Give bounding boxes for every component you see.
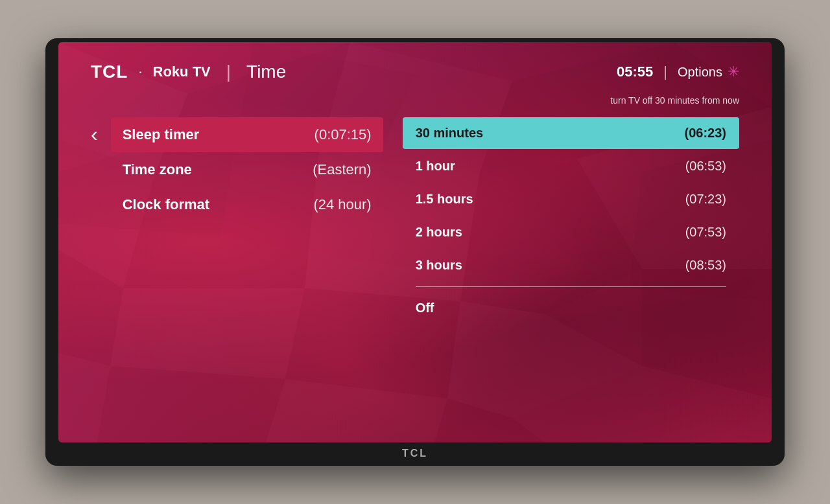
option-off[interactable]: Off bbox=[403, 292, 739, 324]
option-1h5-time: (07:23) bbox=[685, 192, 726, 207]
clock-format-value: (24 hour) bbox=[313, 196, 371, 213]
options-star-icon: ✳ bbox=[728, 63, 739, 80]
hint-text: turn TV off 30 minutes from now bbox=[91, 95, 739, 106]
option-1-hour[interactable]: 1 hour (06:53) bbox=[403, 150, 739, 182]
page-title: Time bbox=[246, 62, 286, 82]
header-right: 05:55 | Options ✳ bbox=[617, 63, 739, 80]
option-30-minutes[interactable]: 30 minutes (06:23) bbox=[403, 117, 739, 149]
main-layout: ‹ Sleep timer (0:07:15) Time zone (Easte… bbox=[91, 117, 739, 325]
sleep-timer-label: Sleep timer bbox=[123, 126, 200, 143]
tv-frame: TCL · Roku TV | Time 05:55 | Options ✳ bbox=[45, 38, 785, 466]
tv-bottom-bar: TCL bbox=[402, 442, 428, 462]
wall: TCL · Roku TV | Time 05:55 | Options ✳ bbox=[0, 0, 830, 504]
option-3h-label: 3 hours bbox=[416, 258, 462, 273]
options-label: Options bbox=[678, 65, 722, 80]
tv-brand-bottom-label: TCL bbox=[402, 448, 428, 459]
header: TCL · Roku TV | Time 05:55 | Options ✳ bbox=[91, 62, 739, 82]
tv-content: TCL · Roku TV | Time 05:55 | Options ✳ bbox=[58, 42, 772, 442]
clock-format-label: Clock format bbox=[123, 196, 209, 213]
options-button[interactable]: Options ✳ bbox=[678, 63, 739, 80]
option-30-min-label: 30 minutes bbox=[416, 126, 483, 141]
header-pipe: | bbox=[226, 62, 231, 82]
brand-roku: Roku TV bbox=[153, 63, 211, 80]
option-off-label: Off bbox=[416, 301, 434, 315]
right-panel: 30 minutes (06:23) 1 hour (06:53) 1.5 ho… bbox=[403, 117, 739, 325]
option-3h-time: (08:53) bbox=[685, 258, 726, 273]
option-1h-label: 1 hour bbox=[416, 159, 455, 174]
header-left: TCL · Roku TV | Time bbox=[91, 62, 286, 82]
current-time: 05:55 bbox=[617, 63, 653, 80]
sleep-timer-value: (0:07:15) bbox=[314, 126, 372, 143]
time-zone-label: Time zone bbox=[123, 161, 192, 178]
menu-item-clock-format[interactable]: Clock format (24 hour) bbox=[111, 187, 383, 222]
option-2-hours[interactable]: 2 hours (07:53) bbox=[403, 216, 739, 248]
option-30-min-time: (06:23) bbox=[685, 126, 726, 141]
option-1-5-hours[interactable]: 1.5 hours (07:23) bbox=[403, 183, 739, 215]
time-zone-value: (Eastern) bbox=[313, 161, 371, 178]
menu-item-time-zone[interactable]: Time zone (Eastern) bbox=[111, 152, 383, 187]
option-3-hours[interactable]: 3 hours (08:53) bbox=[403, 249, 739, 281]
option-divider bbox=[416, 286, 726, 287]
brand-dot: · bbox=[138, 63, 142, 80]
option-2h-label: 2 hours bbox=[416, 225, 462, 240]
option-1h5-label: 1.5 hours bbox=[416, 192, 473, 207]
option-1h-time: (06:53) bbox=[685, 159, 726, 174]
left-menu: Sleep timer (0:07:15) Time zone (Eastern… bbox=[111, 117, 383, 222]
back-button[interactable]: ‹ bbox=[91, 122, 98, 146]
brand-tcl: TCL bbox=[91, 62, 128, 82]
tv-screen: TCL · Roku TV | Time 05:55 | Options ✳ bbox=[58, 42, 772, 442]
menu-item-sleep-timer[interactable]: Sleep timer (0:07:15) bbox=[111, 117, 383, 152]
option-2h-time: (07:53) bbox=[685, 225, 726, 240]
header-right-pipe: | bbox=[663, 63, 667, 80]
